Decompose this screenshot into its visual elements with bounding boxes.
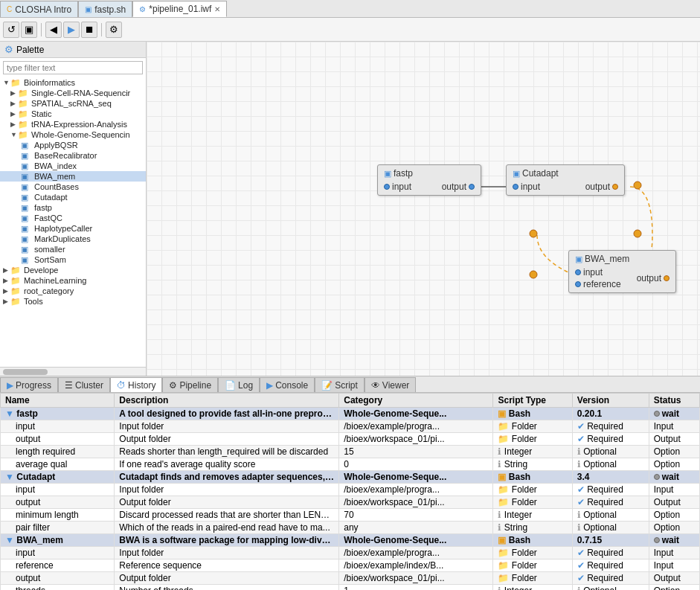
- col-header-category: Category: [339, 394, 493, 408]
- section-version: 0.7.15: [572, 534, 649, 547]
- bottom-tab-progress[interactable]: ▶ Progress: [0, 377, 58, 392]
- tree-item-bwa-mem[interactable]: ▣ BWA_mem: [0, 171, 146, 182]
- folder-icon: 📁: [498, 548, 509, 558]
- bottom-tab-viewer[interactable]: 👁 Viewer: [365, 377, 416, 392]
- bottom-tab-pipeline[interactable]: ⚙ Pipeline: [162, 377, 218, 392]
- child-scripttype: ℹ Integer: [493, 446, 572, 458]
- tree-item-cutadapt[interactable]: ▣ Cutadapt: [0, 192, 146, 202]
- section-description: BWA is a software package for mapping lo…: [115, 534, 339, 547]
- tree-label: BWA_index: [34, 161, 77, 170]
- bottom-tab-cluster[interactable]: ☰ Cluster: [58, 377, 110, 392]
- child-status: Output: [649, 496, 699, 509]
- tree-label: BWA_mem: [34, 172, 75, 181]
- tree-label: somaller: [34, 245, 65, 254]
- palette-search-input[interactable]: [3, 61, 143, 74]
- tree-item-develope[interactable]: ▶ 📁 Develope: [0, 265, 146, 275]
- tree-item-somaller[interactable]: ▣ somaller: [0, 244, 146, 254]
- integer-icon: ℹ: [498, 446, 501, 457]
- child-category: /bioex/example/progra...: [339, 547, 493, 559]
- node-icon-fastp: ▣: [384, 169, 391, 179]
- tab-icon-progress: ▶: [7, 380, 13, 391]
- tab-closha-intro[interactable]: C CLOSHA Intro: [0, 1, 78, 17]
- node-title-fastp: ▣ fastp: [384, 168, 475, 179]
- child-scripttype: 📁 Folder: [493, 547, 572, 559]
- tree-item-tools[interactable]: ▶ 📁 Tools: [0, 296, 146, 307]
- tree-item-sortsam[interactable]: ▣ SortSam: [0, 254, 146, 265]
- sidebar: ⚙ Palette ▼ 📁 Bioinformatics ▶ 📁 Single-…: [0, 42, 147, 376]
- tree-item-countbases[interactable]: ▣ CountBases: [0, 182, 146, 192]
- sidebar-scrollbar-h[interactable]: [0, 367, 146, 376]
- col-header-status: Status: [649, 394, 699, 408]
- child-version: ✔ Required: [572, 559, 649, 572]
- expand-arrow: ▶: [3, 277, 10, 284]
- child-description: Output folder: [115, 433, 339, 446]
- toolbar-play-btn[interactable]: ▶: [63, 22, 80, 38]
- bottom-tab-history[interactable]: ⏱ History: [110, 377, 162, 392]
- expand-arrow: ▶: [10, 89, 18, 97]
- workflow-canvas[interactable]: ▣ fastp input output ▣ Cutadapt: [147, 42, 700, 376]
- workflow-node-fastp[interactable]: ▣ fastp input output: [377, 164, 481, 196]
- table-section-row: ▼ Cutadapt Cutadapt finds and removes ad…: [1, 471, 700, 484]
- tab-fastp-sh[interactable]: ▣ fastp.sh: [78, 1, 132, 17]
- table-row: input Input folder /bioex/example/progra…: [1, 484, 700, 496]
- tree-item-fastqc[interactable]: ▣ FastQC: [0, 213, 146, 223]
- expand-arrow: ▶: [3, 287, 10, 295]
- toolbar-stop-btn[interactable]: ⏹: [81, 22, 97, 38]
- tree-item-applybqsr[interactable]: ▣ ApplyBQSR: [0, 140, 146, 150]
- tab-icon-log: 📄: [225, 380, 236, 391]
- tab-pipeline[interactable]: ⚙ *pipeline_01.iwf ✕: [132, 1, 227, 17]
- port-dot-ref: [575, 281, 581, 287]
- tab-close-pipeline[interactable]: ✕: [214, 5, 220, 13]
- palette-tree: ▼ 📁 Bioinformatics ▶ 📁 Single-Cell-RNA-S…: [0, 77, 146, 367]
- folder-icon: 📁: [18, 120, 30, 129]
- bottom-tab-log[interactable]: 📄 Log: [218, 377, 260, 392]
- info-icon: ℹ: [577, 446, 581, 457]
- child-category: /bioex/example/progra...: [339, 420, 493, 433]
- node-icon-bwa-mem: ▣: [575, 254, 582, 264]
- tab-label-console: Console: [275, 380, 308, 391]
- port-dot-output: [612, 184, 618, 190]
- tree-item-spatial[interactable]: ▶ 📁 SPATIAL_scRNA_seq: [0, 98, 146, 109]
- check-icon: ✔: [577, 497, 585, 507]
- tree-item-fastp[interactable]: ▣ fastp: [0, 202, 146, 213]
- check-icon: ✔: [577, 573, 585, 583]
- tree-label: Static: [31, 109, 52, 118]
- toolbar-gear-btn[interactable]: ⚙: [106, 22, 122, 38]
- tree-item-markdup[interactable]: ▣ MarkDuplicates: [0, 234, 146, 244]
- workflow-node-cutadapt[interactable]: ▣ Cutadapt input output: [506, 164, 625, 196]
- folder-icon: 📁: [498, 497, 509, 507]
- toolbar-back-btn[interactable]: ◀: [45, 22, 62, 38]
- tree-item-bioinformatics[interactable]: ▼ 📁 Bioinformatics: [0, 77, 146, 88]
- tree-item-baserecal[interactable]: ▣ BaseRecalibrator: [0, 150, 146, 161]
- tab-label-progress: Progress: [16, 380, 51, 391]
- table-row: pair filter Which of the reads in a pair…: [1, 522, 700, 534]
- tree-item-root[interactable]: ▶ 📁 root_category: [0, 286, 146, 296]
- tree-item-bwa-index[interactable]: ▣ BWA_index: [0, 161, 146, 171]
- section-expand-icon[interactable]: ▼: [5, 472, 16, 482]
- data-table-container[interactable]: Name Description Category Script Type Ve…: [0, 393, 700, 590]
- tree-item-machinelearning[interactable]: ▶ 📁 MachineLearning: [0, 275, 146, 286]
- section-expand-icon[interactable]: ▼: [5, 535, 16, 545]
- bottom-tab-console[interactable]: ▶ Console: [260, 377, 315, 392]
- toolbar-refresh-btn[interactable]: ↺: [3, 22, 19, 38]
- tree-item-wgs[interactable]: ▼ 📁 Whole-Genome-Sequencin: [0, 129, 146, 140]
- tree-item-haplotype[interactable]: ▣ HaplotypeCaller: [0, 223, 146, 234]
- child-version: ✔ Required: [572, 572, 649, 585]
- bottom-tab-script[interactable]: 📝 Script: [315, 377, 365, 392]
- table-row: minimum length Discard processed reads t…: [1, 509, 700, 522]
- tab-icon-console: ▶: [266, 380, 273, 391]
- file-icon: ▣: [21, 161, 33, 170]
- port-dot-output: [469, 184, 475, 190]
- folder-icon: 📁: [18, 109, 30, 118]
- workflow-node-bwa-mem[interactable]: ▣ BWA_mem input reference output: [568, 250, 676, 293]
- toolbar-save-btn[interactable]: ▣: [21, 22, 37, 38]
- tree-item-static[interactable]: ▶ 📁 Static: [0, 109, 146, 119]
- palette-header: ⚙ Palette: [0, 42, 146, 58]
- section-expand-icon[interactable]: ▼: [5, 408, 16, 419]
- tree-item-scrna[interactable]: ▶ 📁 Single-Cell-RNA-Sequencir: [0, 88, 146, 98]
- bottom-tab-bar: ▶ Progress ☰ Cluster ⏱ History ⚙ Pipelin…: [0, 376, 700, 393]
- expand-arrow: ▼: [10, 131, 18, 138]
- tree-label: CountBases: [34, 182, 79, 191]
- col-header-name: Name: [1, 394, 115, 408]
- tree-item-trna[interactable]: ▶ 📁 tRNA-Expression-Analysis: [0, 119, 146, 129]
